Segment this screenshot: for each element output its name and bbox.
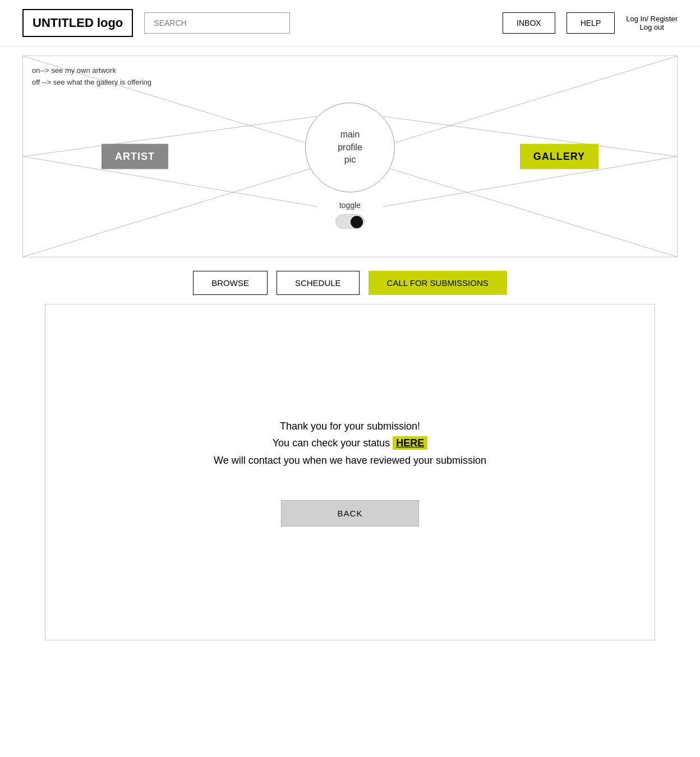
nav-buttons: BROWSE SCHEDULE CALL FOR SUBMISSIONS xyxy=(22,271,678,295)
schedule-button[interactable]: SCHEDULE xyxy=(277,271,360,295)
auth-links: Log In/ Register Log out xyxy=(626,15,678,31)
thank-you-line: Thank you for your submission! xyxy=(214,418,486,435)
review-line: We will contact you when we have reviewe… xyxy=(214,452,486,469)
inbox-button[interactable]: INBOX xyxy=(503,12,555,34)
logo-text: UNTITLED logo xyxy=(33,16,123,30)
profile-picture: main profile pic xyxy=(305,103,395,192)
toggle-label: toggle xyxy=(339,201,361,210)
svg-line-4 xyxy=(23,156,317,207)
call-for-submissions-button[interactable]: CALL FOR SUBMISSIONS xyxy=(369,271,507,295)
gallery-label[interactable]: GALLERY xyxy=(520,144,598,169)
submission-message: Thank you for your submission! You can c… xyxy=(214,418,486,469)
browse-button[interactable]: BROWSE xyxy=(193,271,268,295)
login-link[interactable]: Log In/ Register xyxy=(626,15,678,23)
logout-link[interactable]: Log out xyxy=(639,23,664,31)
back-button[interactable]: BACK xyxy=(281,500,420,527)
artist-label[interactable]: ARTIST xyxy=(102,144,168,169)
toggle-hint: on--> see my own artwork off --> see wha… xyxy=(32,65,151,89)
logo: UNTITLED logo xyxy=(22,9,133,37)
search-input[interactable] xyxy=(144,12,290,34)
toggle-knob xyxy=(351,216,363,228)
status-line: You can check your status HERE xyxy=(214,435,486,452)
svg-line-2 xyxy=(23,116,317,156)
toggle-container: toggle xyxy=(335,201,365,229)
hero-section: on--> see my own artwork off --> see wha… xyxy=(22,56,678,257)
content-area: Thank you for your submission! You can c… xyxy=(45,304,655,640)
here-link[interactable]: HERE xyxy=(393,436,427,450)
header: UNTITLED logo INBOX HELP Log In/ Registe… xyxy=(0,0,700,47)
help-button[interactable]: HELP xyxy=(567,12,615,34)
toggle-switch[interactable] xyxy=(335,214,365,229)
